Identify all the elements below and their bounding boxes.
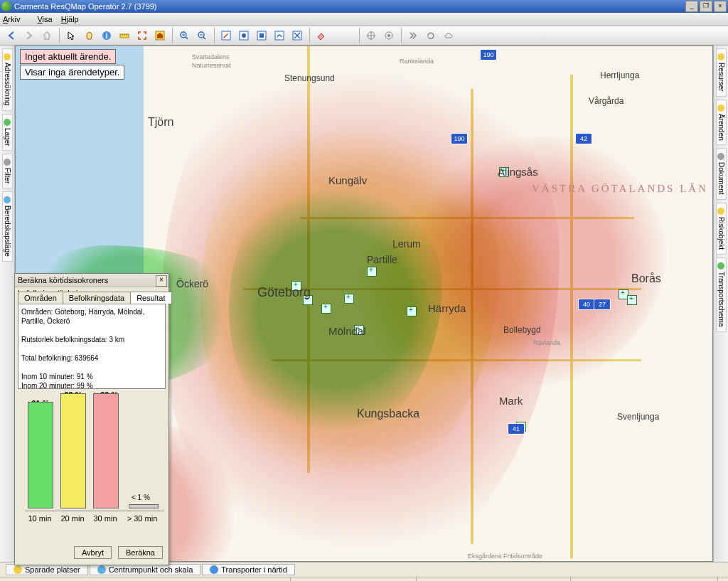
- overlay-current-case: Inget aktuellt ärende.: [20, 49, 116, 64]
- result-gridsize: Rutstorlek befolkningsdata: 3 km: [21, 335, 162, 344]
- bg-label: Naturreservat: [192, 62, 231, 69]
- lefttab-beredskap[interactable]: Beredskapsläge: [2, 191, 13, 262]
- tab-omraden[interactable]: Områden: [18, 292, 63, 304]
- bar-30min: [93, 393, 119, 508]
- region-label: VÄSTRA GÖTALANDS LÄN: [532, 183, 708, 195]
- cancel-button[interactable]: Avbryt: [74, 546, 112, 559]
- layer-d-button[interactable]: [289, 27, 306, 44]
- coverage-chart: 91 % 99 % > 99 % < 1 % 10 min 20 min 30 …: [18, 392, 166, 527]
- eraser-button[interactable]: [313, 27, 330, 44]
- road-badge: 41: [508, 423, 525, 435]
- menubar: Arkiv Visa Hjälp: [0, 13, 728, 26]
- ruler-button[interactable]: [116, 27, 133, 44]
- sync-button[interactable]: [422, 27, 439, 44]
- bar-10min: [28, 402, 53, 508]
- bar-label-over30: > 30 min: [124, 514, 160, 523]
- work-area: Adressökning Lager Filter Beredskapsläge: [0, 46, 728, 562]
- road-badge: 27: [594, 299, 611, 310]
- menu-hjalp[interactable]: Hjälp: [61, 15, 79, 23]
- town-label: Mark: [499, 395, 523, 407]
- bar-value-over30: < 1 %: [132, 494, 150, 501]
- window-titlebar: Carmenta ResQMap Operatör 2.7 (3799) _ ❐…: [0, 0, 728, 13]
- town-label: Kungälv: [328, 174, 367, 186]
- status-latlon: La = 58º 07.299' N Lo = 012º 10.372' E: [571, 577, 718, 581]
- righttab-riskobjekt[interactable]: Riskobjekt: [716, 203, 727, 255]
- forward-button[interactable]: [21, 27, 38, 44]
- menu-arkiv[interactable]: Arkiv: [3, 15, 28, 23]
- pan-button[interactable]: [80, 27, 97, 44]
- svg-rect-19: [275, 31, 284, 40]
- result-areas: Områden: Göteborg, Härryda, Mölndal, Par…: [21, 307, 162, 326]
- svg-point-27: [387, 34, 390, 37]
- town-label: Kungsbacka: [357, 407, 419, 420]
- skip-a-button[interactable]: [405, 27, 422, 44]
- town-label: Vårgårda: [589, 96, 623, 106]
- pointer-button[interactable]: [63, 27, 80, 44]
- btab-transport[interactable]: Transporter i närtid: [202, 564, 295, 575]
- overlay-case-types: Visar inga ärendetyper.: [20, 65, 124, 80]
- town-label: Tjörn: [148, 116, 173, 129]
- town-label: Lerum: [392, 238, 421, 250]
- svg-point-16: [242, 33, 246, 38]
- minimize-button[interactable]: _: [685, 1, 698, 12]
- lefttab-filter[interactable]: Filter: [2, 154, 13, 188]
- btab-center-scale[interactable]: Centrumpunkt och skala: [90, 564, 201, 575]
- target-b-button[interactable]: [380, 27, 397, 44]
- left-panel-strip: Adressökning Lager Filter Beredskapsläge: [0, 46, 15, 562]
- town-label: Borås: [631, 272, 661, 285]
- svg-rect-18: [259, 33, 264, 38]
- righttab-resurser[interactable]: Resurser: [716, 48, 727, 97]
- layer-a-button[interactable]: [235, 27, 252, 44]
- map-marker[interactable]: [321, 304, 331, 314]
- back-button[interactable]: [3, 27, 20, 44]
- bar-label-20min: 20 min: [55, 514, 90, 523]
- lefttab-adressokning[interactable]: Adressökning: [2, 48, 13, 111]
- town-label: Härryda: [428, 302, 466, 314]
- app-icon: [1, 1, 11, 11]
- status-ne: N = 6445744 E = 333488: [417, 577, 571, 581]
- map-marker[interactable]: [367, 267, 377, 277]
- bar-label-30min: 30 min: [87, 514, 123, 523]
- road-badge: 42: [575, 133, 592, 144]
- svg-line-8: [186, 37, 188, 39]
- calculate-button[interactable]: Beräkna: [118, 546, 163, 559]
- btab-saved-places[interactable]: Sparade platser: [6, 564, 88, 575]
- lefttab-lager[interactable]: Lager: [2, 114, 13, 151]
- zoom-in-button[interactable]: [176, 27, 193, 44]
- status-login: Du är inloggad som OGT (operatör 2017, o…: [0, 577, 291, 581]
- zoom-out-button[interactable]: [193, 27, 210, 44]
- close-button[interactable]: ×: [714, 1, 727, 12]
- isochrone-dialog: Beräkna körtidsisokroners befolkningstäc…: [14, 273, 169, 565]
- bg-label: Eksgårdens Fritidsområde: [468, 553, 542, 560]
- tab-resultat[interactable]: Resultat: [130, 292, 171, 304]
- cloud-button[interactable]: [440, 27, 457, 44]
- tab-befolkningsdata[interactable]: Befolkningsdata: [63, 292, 131, 304]
- layer-b-button[interactable]: [253, 27, 270, 44]
- map-marker[interactable]: [407, 307, 417, 316]
- menu-visa[interactable]: Visa: [37, 15, 52, 23]
- map-marker[interactable]: [627, 295, 637, 305]
- righttab-dokument[interactable]: Dokument: [716, 148, 727, 200]
- restore-button[interactable]: ❐: [700, 1, 712, 12]
- town-label: Bollebygd: [503, 325, 541, 335]
- layer-c-button[interactable]: [271, 27, 288, 44]
- road-badge: 40: [578, 299, 595, 310]
- target-a-button[interactable]: [363, 27, 380, 44]
- bg-label: Rankelanda: [400, 58, 434, 65]
- result-text-panel[interactable]: Områden: Göteborg, Härryda, Mölndal, Par…: [18, 304, 166, 389]
- bar-20min: [60, 393, 86, 508]
- home-button[interactable]: [38, 27, 55, 44]
- edit-button[interactable]: [218, 27, 235, 44]
- svg-line-12: [203, 37, 205, 39]
- dialog-close-button[interactable]: ×: [156, 275, 167, 287]
- house-button[interactable]: [151, 27, 168, 44]
- expand-button[interactable]: [134, 27, 151, 44]
- bar-label-10min: 10 min: [22, 514, 58, 523]
- righttab-arenden[interactable]: Ärenden: [716, 100, 727, 146]
- road-badge: 190: [451, 133, 468, 144]
- map-marker[interactable]: [344, 294, 354, 304]
- info-button[interactable]: i: [98, 27, 115, 44]
- dialog-title[interactable]: Beräkna körtidsisokroners befolkningstäc…: [15, 274, 168, 287]
- bg-label: Svartedalens: [192, 53, 230, 60]
- righttab-transport[interactable]: Transportschema: [716, 257, 727, 331]
